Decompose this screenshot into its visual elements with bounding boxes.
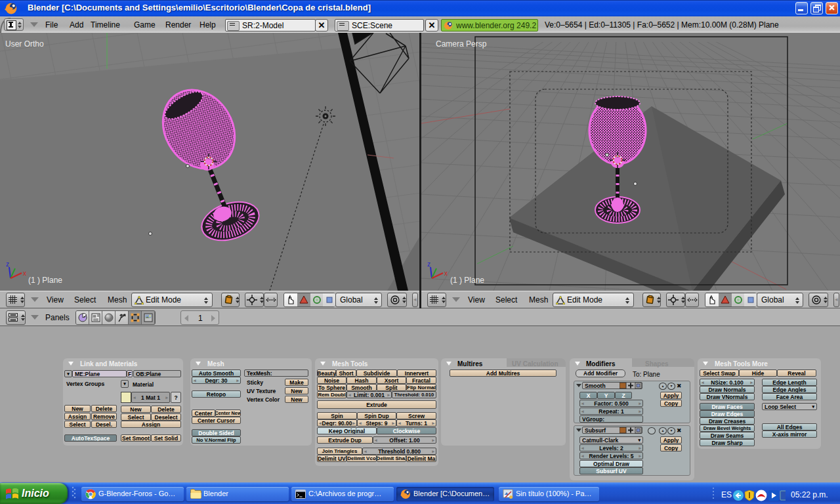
svg-text:x: x xyxy=(444,270,448,277)
svg-text:(1 ) Plane: (1 ) Plane xyxy=(450,276,484,285)
svg-text:x: x xyxy=(23,270,26,277)
svg-text:z: z xyxy=(427,261,430,268)
svg-text:(1 ) Plane: (1 ) Plane xyxy=(28,276,62,285)
svg-text:User Ortho: User Ortho xyxy=(5,39,44,49)
svg-text:z: z xyxy=(6,261,9,268)
svg-text:Camera Persp: Camera Persp xyxy=(436,39,487,49)
